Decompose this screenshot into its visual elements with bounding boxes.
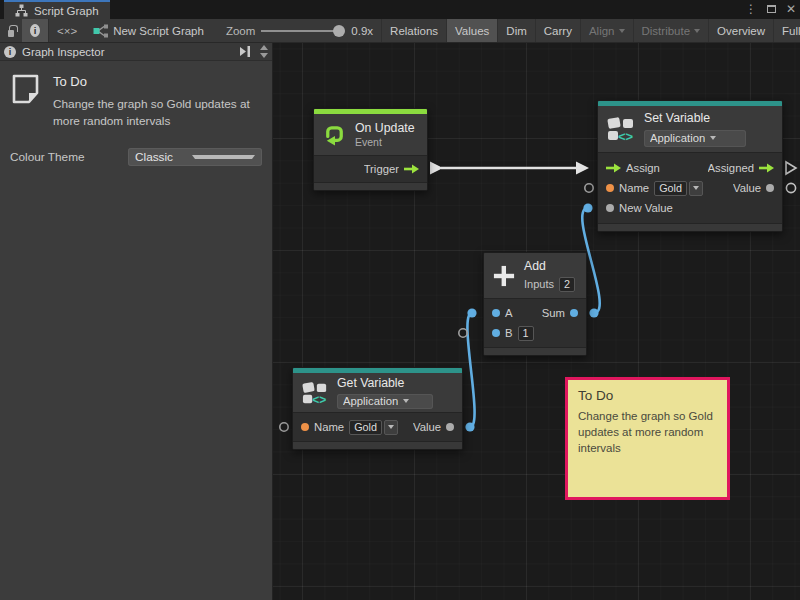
node-title: On Update: [355, 121, 414, 136]
new-value-port-row[interactable]: New Value: [598, 198, 782, 218]
distribute-button[interactable]: Distribute: [634, 19, 710, 43]
full-screen-button[interactable]: Full S: [774, 19, 800, 43]
script-graph-icon: [15, 4, 28, 17]
port-label: Value: [733, 182, 761, 194]
variable-name-value[interactable]: Gold: [654, 181, 687, 196]
port-dot[interactable]: [766, 184, 774, 192]
get-variable-header[interactable]: <> Get Variable Application: [293, 373, 462, 413]
align-button[interactable]: Align: [581, 19, 634, 43]
relations-button[interactable]: Relations: [381, 19, 447, 43]
sticky-note-title: To Do: [578, 388, 717, 403]
node-get-variable[interactable]: <> Get Variable Application Name Gold: [292, 367, 463, 450]
scope-value: Application: [650, 132, 705, 144]
overview-button[interactable]: Overview: [709, 19, 774, 43]
name-port-row[interactable]: Name Gold Value: [598, 178, 782, 198]
panel-scroll-spinner[interactable]: [260, 45, 268, 58]
svg-text:<>: <>: [618, 129, 634, 143]
node-add[interactable]: Add Inputs 2 A Sum B 1: [483, 252, 587, 356]
todo-texts: To Do Change the graph so Gold updates a…: [53, 73, 258, 130]
node-title: Add: [524, 259, 575, 274]
unconnected-port-marker: [786, 183, 795, 192]
caret-down-icon: [403, 399, 409, 403]
node-subtitle: Event: [355, 136, 414, 149]
port-label: New Value: [619, 202, 673, 214]
port-dot[interactable]: [606, 204, 614, 212]
wire-endpoint: [465, 422, 474, 431]
dock-panel-icon[interactable]: [240, 45, 251, 58]
colour-theme-value: Classic: [135, 150, 192, 164]
close-icon[interactable]: ✕: [786, 3, 796, 15]
scope-dropdown[interactable]: Application: [337, 394, 433, 409]
flow-wire-end-arrow: [576, 162, 589, 175]
todo-title: To Do: [53, 74, 258, 89]
port-dot[interactable]: [606, 184, 614, 192]
zoom-slider-thumb[interactable]: [333, 25, 345, 37]
wire-endpoint: [467, 308, 476, 317]
inspector-header: i Graph Inspector: [0, 43, 272, 61]
assign-port-row[interactable]: Assign Assigned: [598, 158, 782, 178]
flow-arrow-icon: [404, 164, 419, 174]
window-menu-icon[interactable]: ⋮: [745, 3, 757, 15]
input-b-row[interactable]: B 1: [484, 323, 586, 343]
input-a-row[interactable]: A Sum: [484, 303, 586, 323]
port-dot[interactable]: [570, 309, 578, 317]
sticky-note[interactable]: To Do Change the graph so Gold updates a…: [565, 377, 730, 500]
flow-arrow-icon: [606, 163, 621, 173]
new-script-graph-button[interactable]: New Script Graph: [85, 19, 212, 43]
colour-theme-row: Colour Theme Classic: [0, 140, 272, 166]
caret-down-icon: [694, 29, 700, 33]
port-label: B: [505, 327, 513, 339]
node-footer: [314, 183, 427, 190]
wire-endpoint: [583, 203, 592, 212]
todo-description: Change the graph so Gold updates at more…: [53, 96, 258, 130]
variable-name-dropdown[interactable]: Gold: [349, 420, 398, 435]
variables-button[interactable]: <×>: [49, 19, 85, 43]
name-port-row[interactable]: Name Gold Value: [293, 417, 462, 437]
port-dot[interactable]: [446, 423, 454, 431]
zoom-control: Zoom 0.9x: [226, 25, 381, 37]
carry-button[interactable]: Carry: [536, 19, 581, 43]
add-header[interactable]: Add Inputs 2: [484, 253, 586, 299]
values-button[interactable]: Values: [447, 19, 498, 43]
full-screen-label: Full S: [782, 25, 800, 37]
port-dot[interactable]: [492, 309, 500, 317]
value-wire-get-to-add[interactable]: [467, 313, 474, 427]
port-dot[interactable]: [492, 329, 500, 337]
node-on-update[interactable]: On Update Event Trigger: [313, 108, 428, 191]
variable-name-value[interactable]: Gold: [349, 420, 382, 435]
flow-arrow-icon: [759, 163, 774, 173]
unconnected-port-marker: [585, 184, 593, 192]
align-label: Align: [589, 25, 615, 37]
caret-down-icon: [710, 136, 716, 140]
tab-bar: Script Graph ⋮ ✕: [0, 0, 800, 19]
scroll-down-icon[interactable]: [260, 53, 268, 58]
node-set-variable[interactable]: <> Set Variable Application Assign Ass: [597, 100, 783, 232]
scroll-up-icon[interactable]: [260, 45, 268, 50]
caret-box: [384, 420, 398, 435]
colour-theme-dropdown[interactable]: Classic: [128, 148, 262, 166]
variables-glyph-icon: <×>: [57, 25, 77, 37]
maximize-icon[interactable]: [767, 5, 776, 13]
inputs-count-field[interactable]: 2: [559, 277, 575, 292]
zoom-slider[interactable]: [261, 25, 343, 37]
graph-toolbar: i <×> New Script Graph Zoom 0.9x Relatio…: [0, 19, 800, 43]
on-update-header[interactable]: On Update Event: [314, 114, 427, 156]
inspector-toggle-button[interactable]: i: [22, 19, 49, 43]
scope-dropdown[interactable]: Application: [644, 130, 746, 147]
info-icon: i: [4, 46, 16, 58]
tab-script-graph[interactable]: Script Graph: [4, 0, 110, 19]
trigger-output-port[interactable]: Trigger: [314, 159, 427, 179]
zoom-slider-track: [261, 30, 343, 32]
distribute-label: Distribute: [642, 25, 691, 37]
get-variable-ports: Name Gold Value: [293, 413, 462, 442]
graph-canvas[interactable]: On Update Event Trigger: [273, 43, 800, 600]
graph-asset-icon: [93, 24, 109, 38]
dim-button[interactable]: Dim: [498, 19, 535, 43]
b-value-field[interactable]: 1: [518, 326, 534, 341]
lock-button[interactable]: [0, 19, 22, 43]
variable-name-dropdown[interactable]: Gold: [654, 181, 703, 196]
port-dot[interactable]: [301, 423, 309, 431]
add-ports: A Sum B 1: [484, 299, 586, 348]
set-variable-header[interactable]: <> Set Variable Application: [598, 106, 782, 153]
caret-box: [689, 181, 703, 196]
